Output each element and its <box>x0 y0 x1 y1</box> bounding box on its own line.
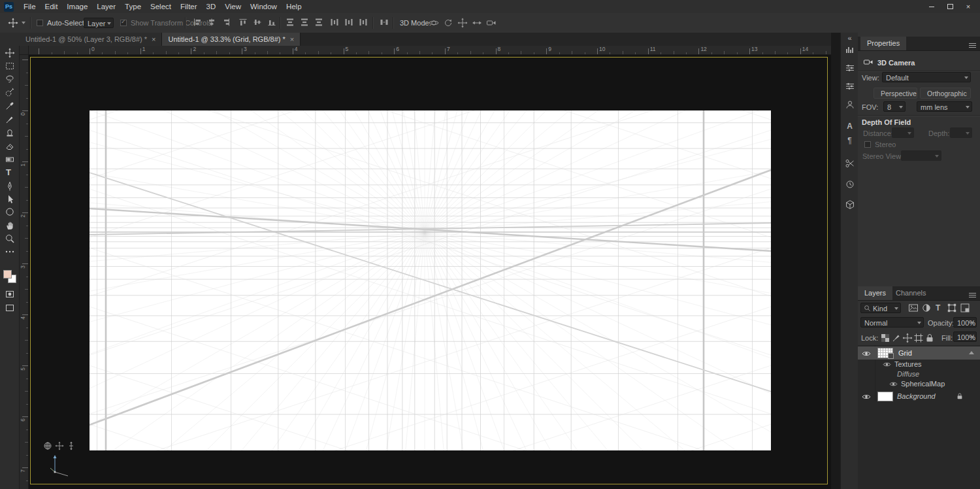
brush-tool[interactable] <box>5 114 15 125</box>
quick-mask-mode-button[interactable] <box>5 289 15 299</box>
filter-pixel-layers-icon[interactable] <box>908 303 919 313</box>
layer-row-sphericalmap[interactable]: SphericalMap <box>858 379 980 389</box>
close-tab-icon[interactable]: × <box>152 35 155 43</box>
3d-dolly-camera-button[interactable] <box>486 18 497 28</box>
menu-help[interactable]: Help <box>282 0 306 13</box>
zoom-tool[interactable] <box>5 233 15 244</box>
screen-mode-button[interactable] <box>5 303 15 313</box>
close-button[interactable]: × <box>959 0 977 13</box>
document-tab-untitled1-50[interactable]: Untitled-1 @ 50% (Layer 3, RGB/8#) * × <box>20 33 162 46</box>
3d-roll-camera-button[interactable] <box>443 18 453 28</box>
filter-shape-layers-icon[interactable] <box>947 303 957 313</box>
paragraph-panel-icon[interactable]: ¶ <box>841 136 858 145</box>
stereo-checkbox[interactable] <box>864 141 871 148</box>
distance-value-combo[interactable] <box>892 127 914 138</box>
tab-channels[interactable]: Channels <box>889 286 932 300</box>
type-tool[interactable]: T <box>6 167 11 178</box>
tool-preset-picker[interactable] <box>20 18 27 28</box>
orthographic-toggle-button[interactable]: Orthographic <box>920 88 971 99</box>
filter-smart-objects-icon[interactable] <box>960 303 970 313</box>
opacity-value-combo[interactable]: 100% <box>953 317 977 328</box>
close-tab-icon[interactable]: × <box>290 35 294 43</box>
fill-value-combo[interactable]: 100% <box>953 331 977 342</box>
styles-panel-icon[interactable] <box>845 81 855 92</box>
document-tab-untitled1-33[interactable]: Untitled-1 @ 33.3% (Grid, RGB/8#) * × <box>162 33 301 46</box>
depth-value-combo[interactable] <box>950 127 972 138</box>
edit-toolbar-button[interactable] <box>5 246 15 257</box>
distribute-vertical-centers-button[interactable] <box>300 18 309 27</box>
lens-unit-dropdown[interactable]: mm lens <box>917 101 972 112</box>
lock-position-icon[interactable] <box>902 333 913 343</box>
menu-type[interactable]: Type <box>120 0 146 13</box>
foreground-color-swatch[interactable] <box>3 270 12 278</box>
scissors-panel-icon[interactable] <box>845 158 855 169</box>
tab-layers[interactable]: Layers <box>858 286 892 300</box>
3d-pan-widget-icon[interactable] <box>55 441 64 450</box>
eraser-tool[interactable] <box>5 141 15 152</box>
menu-image[interactable]: Image <box>62 0 92 13</box>
perspective-toggle-button[interactable]: Perspective <box>874 88 917 99</box>
panel-menu-icon[interactable] <box>969 43 976 44</box>
texture-name[interactable]: SphericalMap <box>901 380 945 388</box>
visibility-eye-icon[interactable] <box>862 394 871 400</box>
show-transform-controls-checkbox[interactable] <box>120 20 127 26</box>
layer-thumbnail[interactable] <box>877 348 893 358</box>
hand-tool[interactable] <box>5 220 15 231</box>
menu-layer[interactable]: Layer <box>92 0 120 13</box>
layer-filter-kind-dropdown[interactable]: Kind <box>860 303 901 313</box>
rectangular-marquee-tool[interactable] <box>5 61 15 71</box>
distribute-right-edges-button[interactable] <box>359 18 368 27</box>
align-vertical-centers-button[interactable] <box>253 18 262 27</box>
histogram-panel-icon[interactable] <box>845 44 855 55</box>
menu-select[interactable]: Select <box>146 0 176 13</box>
align-horizontal-centers-button[interactable] <box>207 18 216 27</box>
clone-stamp-tool[interactable] <box>5 127 15 138</box>
menu-3d[interactable]: 3D <box>202 0 221 13</box>
align-bottom-edges-button[interactable] <box>267 18 276 27</box>
layer-row-background[interactable]: Background <box>858 390 980 403</box>
blend-mode-dropdown[interactable]: Normal <box>860 317 924 328</box>
layer-row-textures[interactable]: Textures <box>858 360 980 369</box>
minimize-button[interactable] <box>923 0 941 13</box>
align-right-edges-button[interactable] <box>221 18 231 27</box>
menu-edit[interactable]: Edit <box>41 0 63 13</box>
horizontal-ruler[interactable]: 01234567891011121314 <box>29 46 831 55</box>
distribute-spacing-button[interactable] <box>380 18 389 27</box>
fov-value-combo[interactable]: 8 <box>883 101 906 112</box>
align-left-edges-button[interactable] <box>193 18 202 27</box>
3d-pan-camera-button[interactable] <box>457 18 468 28</box>
photoshop-logo[interactable]: Ps <box>4 2 14 12</box>
ellipse-tool[interactable] <box>5 207 15 217</box>
distribute-bottom-edges-button[interactable] <box>314 18 323 27</box>
layer-row-grid[interactable]: Grid <box>858 346 980 360</box>
libraries-panel-icon[interactable] <box>845 99 855 110</box>
ruler-origin-box[interactable] <box>20 46 29 55</box>
quick-selection-tool[interactable] <box>5 87 15 97</box>
filter-type-layers-icon[interactable]: T <box>936 303 940 312</box>
document-canvas[interactable] <box>90 110 771 450</box>
vertical-ruler[interactable]: 01234567 <box>20 55 29 489</box>
menu-window[interactable]: Window <box>246 0 282 13</box>
collapse-panels-icon[interactable]: « <box>841 34 858 42</box>
menu-file[interactable]: File <box>19 0 41 13</box>
layer-thumbnail[interactable] <box>877 392 893 401</box>
lock-all-icon[interactable] <box>924 333 935 343</box>
3d-orbit-widget-icon[interactable] <box>43 441 52 450</box>
timeline-panel-icon[interactable] <box>845 179 855 190</box>
3d-panel-icon[interactable] <box>845 199 855 210</box>
menu-filter[interactable]: Filter <box>176 0 202 13</box>
filter-adjustment-layers-icon[interactable] <box>921 303 932 313</box>
auto-select-target-dropdown[interactable]: Layer <box>84 18 114 28</box>
distribute-top-edges-button[interactable] <box>286 18 295 27</box>
layer-name[interactable]: Grid <box>898 349 912 357</box>
texture-group-name[interactable]: Textures <box>894 360 922 368</box>
tab-properties[interactable]: Properties <box>860 37 906 50</box>
path-selection-tool[interactable] <box>5 194 15 205</box>
eyedropper-tool[interactable] <box>5 101 15 111</box>
stereo-view-dropdown[interactable] <box>901 150 941 161</box>
visibility-eye-icon[interactable] <box>862 350 871 357</box>
visibility-eye-icon[interactable] <box>889 381 898 387</box>
camera-view-dropdown[interactable]: Default <box>882 72 971 82</box>
distribute-left-edges-button[interactable] <box>330 18 339 27</box>
align-top-edges-button[interactable] <box>238 18 248 27</box>
